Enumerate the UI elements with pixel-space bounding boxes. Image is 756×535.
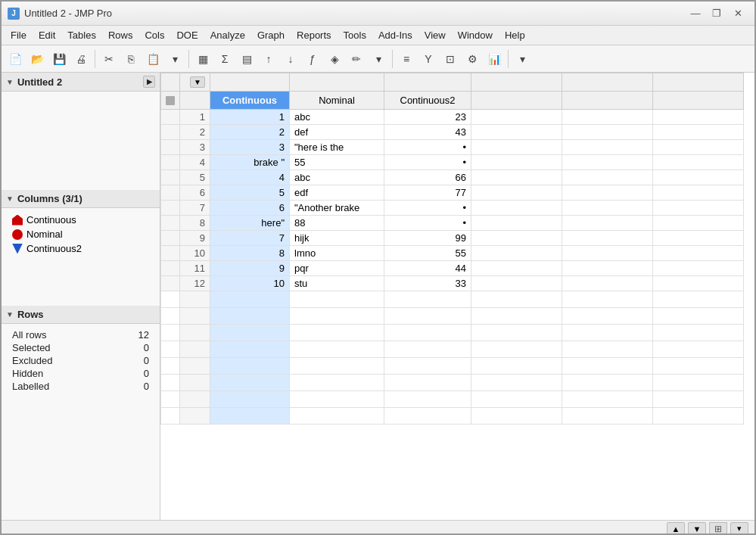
cont-cell[interactable]: 8	[210, 246, 290, 261]
menu-help[interactable]: Help	[499, 27, 531, 44]
row-select-cell[interactable]	[161, 261, 180, 276]
menu-cols[interactable]: Cols	[138, 27, 170, 44]
print-button[interactable]: 🖨	[70, 48, 92, 70]
edit-dropdown[interactable]: ▾	[368, 48, 389, 70]
column-item-continuous2[interactable]: Continuous2	[9, 241, 152, 256]
cut-button[interactable]: ✂	[98, 48, 120, 70]
nav-up-button[interactable]: ▲	[667, 522, 685, 536]
cont2-cell[interactable]: 23	[384, 110, 471, 125]
sidebar-nav-btn[interactable]: ▶	[143, 76, 155, 88]
menu-reports[interactable]: Reports	[291, 27, 338, 44]
data-filter-button[interactable]: ⊡	[440, 48, 461, 70]
nom-cell[interactable]: 88	[290, 216, 384, 231]
continuous2-col-header[interactable]: Continuous2	[384, 92, 471, 110]
nav-down-button[interactable]: ▼	[688, 522, 706, 536]
row-select-cell[interactable]	[161, 170, 180, 185]
cont-cell[interactable]: 4	[210, 170, 290, 185]
nom-cell[interactable]: stu	[290, 276, 384, 291]
nom-cell[interactable]: lmno	[290, 246, 384, 261]
row-select-cell[interactable]	[161, 276, 180, 291]
table-row[interactable]: 4brake "55•	[161, 155, 744, 170]
table-row[interactable]: 8here"88•	[161, 216, 744, 231]
cont2-cell[interactable]: 33	[384, 276, 471, 291]
table-row[interactable]: 33"here is the•	[161, 140, 744, 155]
nom-cell[interactable]: def	[290, 125, 384, 140]
row-select-cell[interactable]	[161, 125, 180, 140]
row-select-cell[interactable]	[161, 246, 180, 261]
menu-doe[interactable]: DOE	[170, 27, 204, 44]
select-all-cell[interactable]	[161, 92, 180, 110]
graph-build-button[interactable]: 📊	[484, 48, 505, 70]
cont2-cell[interactable]: •	[384, 155, 471, 170]
menu-addins[interactable]: Add-Ins	[372, 27, 418, 44]
nom-cell[interactable]: abc	[290, 170, 384, 185]
table-row[interactable]: 119pqr44	[161, 261, 744, 276]
menu-rows[interactable]: Rows	[102, 27, 139, 44]
cont-cell[interactable]: 10	[210, 276, 290, 291]
formula-button[interactable]: ƒ	[302, 48, 323, 70]
cont2-cell[interactable]: 66	[384, 170, 471, 185]
nom-cell[interactable]: abc	[290, 110, 384, 125]
save-button[interactable]: 💾	[48, 48, 70, 70]
nom-cell[interactable]: "here is the	[290, 140, 384, 155]
close-button[interactable]: ✕	[727, 5, 748, 22]
table-row[interactable]: 1210stu33	[161, 276, 744, 291]
col-info-button[interactable]: Y	[418, 48, 439, 70]
nom-cell[interactable]: 55	[290, 155, 384, 170]
row-select-cell[interactable]	[161, 216, 180, 231]
cont-cell[interactable]: 2	[210, 125, 290, 140]
column-item-nominal[interactable]: Nominal	[9, 227, 152, 241]
table-row[interactable]: 97hijk99	[161, 231, 744, 246]
paste-dropdown[interactable]: ▾	[164, 48, 185, 70]
subset-button[interactable]: ◈	[324, 48, 345, 70]
menu-graph[interactable]: Graph	[251, 27, 291, 44]
cont2-cell[interactable]: •	[384, 216, 471, 231]
edit-button[interactable]: ✏	[346, 48, 367, 70]
menu-tables[interactable]: Tables	[61, 27, 102, 44]
open-button[interactable]: 📂	[26, 48, 48, 70]
cont-cell[interactable]: 3	[210, 140, 290, 155]
more-status-button[interactable]: ▾	[730, 522, 748, 536]
cont-cell[interactable]: 6	[210, 201, 290, 216]
column-item-continuous[interactable]: Continuous	[9, 213, 152, 227]
cont2-cell[interactable]: •	[384, 140, 471, 155]
table-row[interactable]: 76"Another brake•	[161, 201, 744, 216]
sort-desc-button[interactable]: ↓	[280, 48, 301, 70]
menu-window[interactable]: Window	[452, 27, 499, 44]
copy-button[interactable]: ⎘	[120, 48, 142, 70]
more-button[interactable]: ▾	[512, 48, 533, 70]
table-row[interactable]: 54abc66	[161, 170, 744, 185]
cont-cell[interactable]: 7	[210, 231, 290, 246]
menu-file[interactable]: File	[5, 27, 33, 44]
cont2-cell[interactable]: 55	[384, 246, 471, 261]
data-grid-area[interactable]: ▼ Continuous Nomi	[160, 73, 754, 520]
maximize-button[interactable]: ❐	[706, 5, 727, 22]
sort-asc-button[interactable]: ↑	[258, 48, 279, 70]
cont-cell[interactable]: here"	[210, 216, 290, 231]
filter-dropdown[interactable]: ▼	[190, 76, 205, 88]
row-select-cell[interactable]	[161, 201, 180, 216]
rows-button[interactable]: ≡	[396, 48, 417, 70]
cont2-cell[interactable]: 44	[384, 261, 471, 276]
row-select-cell[interactable]	[161, 140, 180, 155]
table-row[interactable]: 65edf77	[161, 185, 744, 201]
menu-edit[interactable]: Edit	[33, 27, 61, 44]
cont-cell[interactable]: 9	[210, 261, 290, 276]
minimize-button[interactable]: —	[685, 5, 706, 22]
menu-tools[interactable]: Tools	[338, 27, 372, 44]
table-button[interactable]: ▦	[192, 48, 213, 70]
paste-button[interactable]: 📋	[142, 48, 163, 70]
cont2-cell[interactable]: 99	[384, 231, 471, 246]
row-select-cell[interactable]	[161, 155, 180, 170]
new-button[interactable]: 📄	[5, 48, 26, 70]
zoom-button[interactable]: ⊞	[709, 522, 727, 536]
cont-cell[interactable]: brake "	[210, 155, 290, 170]
script-button[interactable]: ⚙	[462, 48, 483, 70]
table-row[interactable]: 22def43	[161, 125, 744, 140]
row-select-cell[interactable]	[161, 231, 180, 246]
cont2-cell[interactable]: •	[384, 201, 471, 216]
row-select-cell[interactable]	[161, 185, 180, 201]
sidebar-columns-header[interactable]: ▼ Columns (3/1)	[2, 190, 160, 208]
table-row[interactable]: 11abc23	[161, 110, 744, 125]
sidebar-rows-header[interactable]: ▼ Rows	[2, 306, 160, 324]
